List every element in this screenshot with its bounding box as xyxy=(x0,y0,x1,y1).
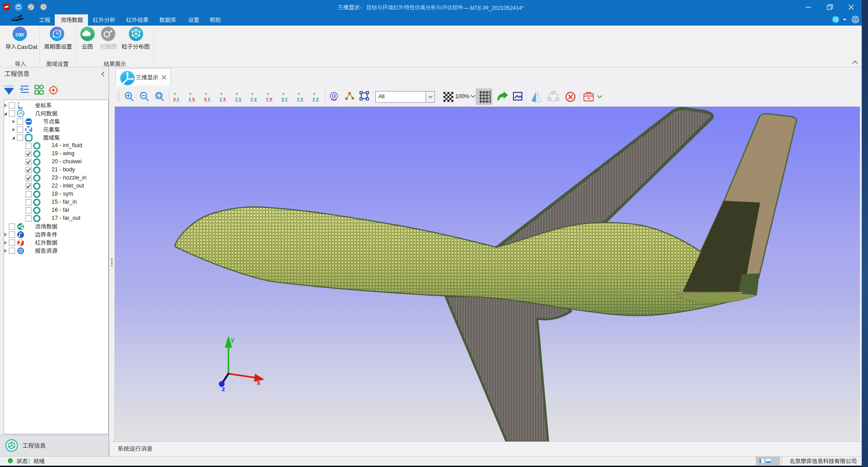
svg-text:z: z xyxy=(313,96,315,101)
svg-text:Y: Y xyxy=(267,92,269,96)
svg-text:y: y xyxy=(316,96,319,101)
svg-text:Y: Y xyxy=(236,92,238,96)
svg-text:y: y xyxy=(239,96,241,101)
svg-text:y: y xyxy=(301,96,303,101)
svg-text:z: z xyxy=(177,96,179,101)
svg-text:Y: Y xyxy=(313,92,316,96)
svg-text:z: z xyxy=(220,96,222,101)
svg-text:z: z xyxy=(208,96,210,101)
svg-text:x: x xyxy=(224,96,226,101)
svg-text:cas: cas xyxy=(16,31,24,38)
svg-text:x: x xyxy=(173,96,176,101)
svg-text:x: x xyxy=(204,96,207,101)
svg-text:z: z xyxy=(19,106,21,109)
svg-text:Y: Y xyxy=(174,92,176,96)
svg-text:z: z xyxy=(189,96,191,101)
svg-text:Y: Y xyxy=(189,92,192,96)
svg-text:z: z xyxy=(285,96,288,101)
svg-text:x: x xyxy=(21,106,23,109)
svg-text:Y: Y xyxy=(18,102,20,105)
svg-text:z: z xyxy=(251,96,253,101)
svg-text:x: x xyxy=(270,96,272,101)
svg-text:Y: Y xyxy=(220,92,223,96)
svg-text:Y: Y xyxy=(251,92,254,96)
svg-text:z: z xyxy=(297,96,299,101)
svg-text:y: y xyxy=(254,96,257,101)
svg-text:Y: Y xyxy=(298,92,300,96)
svg-text:z: z xyxy=(266,96,268,101)
svg-text:z: z xyxy=(235,96,237,101)
svg-text:x: x xyxy=(193,96,195,101)
svg-text:y: y xyxy=(282,96,285,101)
svg-text:Y: Y xyxy=(282,92,285,96)
svg-text:Y: Y xyxy=(205,92,207,96)
